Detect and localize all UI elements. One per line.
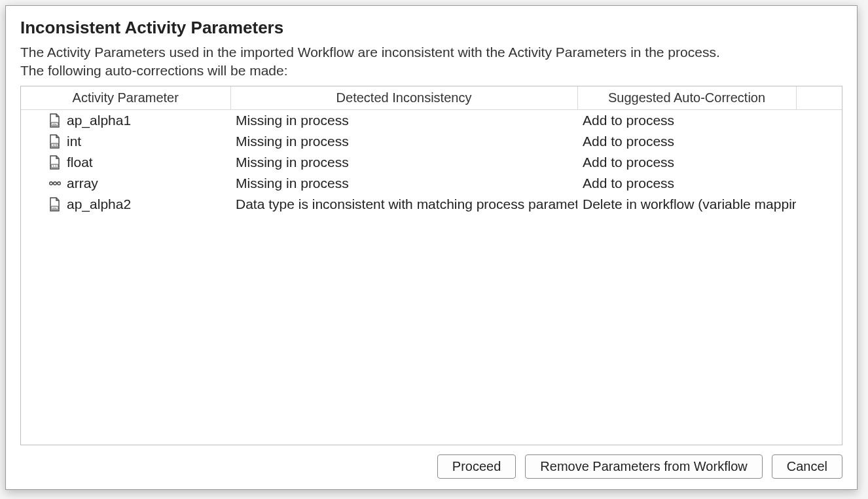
suggested-correction: Add to process bbox=[577, 131, 796, 152]
suggested-correction: Add to process bbox=[577, 173, 796, 194]
parameters-table: Activity Parameter Detected Inconsistenc… bbox=[21, 86, 842, 215]
remove-parameters-button[interactable]: Remove Parameters from Workflow bbox=[525, 454, 762, 479]
table-row[interactable]: ap_alpha2Data type is inconsistent with … bbox=[21, 194, 842, 215]
suggested-correction: Add to process bbox=[577, 152, 796, 173]
table-row[interactable]: intMissing in processAdd to process bbox=[21, 131, 842, 152]
dialog-description-line2: The following auto-corrections will be m… bbox=[20, 63, 288, 78]
parameter-name: ap_alpha2 bbox=[67, 196, 131, 212]
column-header-correction[interactable]: Suggested Auto-Correction bbox=[577, 86, 796, 110]
file-abc-icon bbox=[48, 113, 62, 128]
parameters-table-container: Activity Parameter Detected Inconsistenc… bbox=[20, 86, 842, 445]
detected-inconsistency: Data type is inconsistent with matching … bbox=[230, 194, 577, 215]
parameter-name: int bbox=[67, 134, 81, 149]
row-spacer bbox=[796, 173, 842, 194]
parameter-name: float bbox=[67, 155, 93, 170]
table-row[interactable]: floatMissing in processAdd to process bbox=[21, 152, 842, 173]
cancel-button[interactable]: Cancel bbox=[772, 454, 842, 479]
file-abc-icon bbox=[48, 197, 62, 212]
inconsistent-parameters-dialog: Inconsistent Activity Parameters The Act… bbox=[5, 5, 858, 490]
column-header-inconsistency[interactable]: Detected Inconsistency bbox=[230, 86, 577, 110]
table-header-row: Activity Parameter Detected Inconsistenc… bbox=[21, 86, 842, 110]
suggested-correction: Add to process bbox=[577, 109, 796, 131]
table-row[interactable]: arrayMissing in processAdd to process bbox=[21, 173, 842, 194]
dialog-description: The Activity Parameters used in the impo… bbox=[20, 43, 842, 81]
parameter-name: array bbox=[67, 176, 98, 191]
proceed-button[interactable]: Proceed bbox=[437, 454, 516, 479]
suggested-correction: Delete in workflow (variable mappir bbox=[577, 194, 796, 215]
dialog-button-bar: Proceed Remove Parameters from Workflow … bbox=[20, 445, 842, 479]
row-spacer bbox=[796, 109, 842, 131]
row-spacer bbox=[796, 152, 842, 173]
table-row[interactable]: ap_alpha1Missing in processAdd to proces… bbox=[21, 109, 842, 131]
file-float-icon bbox=[48, 155, 62, 170]
array-icon bbox=[48, 176, 62, 191]
file-123-icon bbox=[48, 134, 62, 149]
column-header-parameter[interactable]: Activity Parameter bbox=[21, 86, 230, 110]
row-spacer bbox=[796, 131, 842, 152]
row-spacer bbox=[796, 194, 842, 215]
detected-inconsistency: Missing in process bbox=[230, 131, 577, 152]
parameter-name: ap_alpha1 bbox=[67, 113, 131, 128]
dialog-title: Inconsistent Activity Parameters bbox=[20, 18, 842, 38]
detected-inconsistency: Missing in process bbox=[230, 173, 577, 194]
detected-inconsistency: Missing in process bbox=[230, 109, 577, 131]
dialog-description-line1: The Activity Parameters used in the impo… bbox=[20, 45, 720, 60]
column-header-spacer bbox=[796, 86, 842, 110]
detected-inconsistency: Missing in process bbox=[230, 152, 577, 173]
